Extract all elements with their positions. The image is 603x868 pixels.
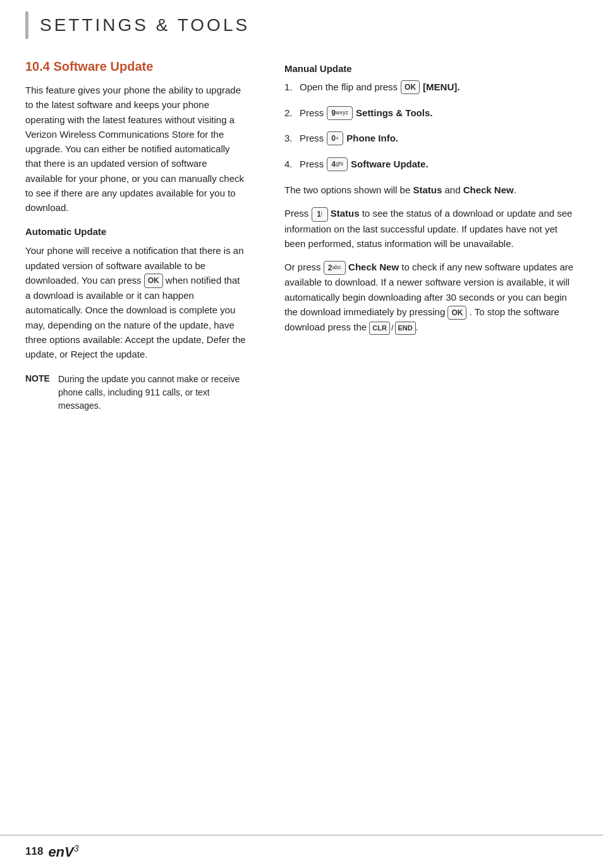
page-number: 118 xyxy=(25,845,43,858)
note-text: During the update you cannot make or rec… xyxy=(58,373,247,413)
key-4: 4ghi xyxy=(327,157,348,171)
step-2-num: 2. xyxy=(284,106,300,121)
options-check: Check New xyxy=(463,184,514,195)
ok-key-badge-auto: OK xyxy=(144,274,163,288)
clr-badge: CLR xyxy=(369,322,390,335)
header-accent-bar xyxy=(25,11,28,39)
page-footer: 118 enV3 xyxy=(0,835,603,868)
manual-update-title: Manual Update xyxy=(284,63,578,74)
step-2: 2. Press 9wxyz Settings & Tools. xyxy=(284,106,578,121)
step-4-pre: Press xyxy=(300,157,324,172)
page-container: SETTINGS & TOOLS 10.4 Software Update Th… xyxy=(0,0,603,868)
step-2-content: Press 9wxyz Settings & Tools. xyxy=(300,106,432,121)
end-badge: END xyxy=(395,322,416,335)
step-1: 1. Open the flip and press OK [MENU]. xyxy=(284,80,578,95)
options-para: The two options shown will be Status and… xyxy=(284,183,578,197)
step-3-pre: Press xyxy=(300,131,324,146)
brand-name: enV3 xyxy=(48,843,78,860)
options-and: and xyxy=(444,184,460,195)
step-3-content: Press 0+ Phone Info. xyxy=(300,131,398,146)
note-block: NOTE During the update you cannot make o… xyxy=(25,373,247,413)
key-0: 0+ xyxy=(327,131,343,145)
status-pre: Press xyxy=(284,208,308,219)
brand-text: enV xyxy=(48,844,73,860)
status-label-text: Status xyxy=(331,208,360,219)
clr-end-group: CLR / END xyxy=(369,322,415,335)
step-4: 4. Press 4ghi Software Update. xyxy=(284,157,578,172)
key-2: 2abc xyxy=(324,261,346,275)
step-2-post: Settings & Tools. xyxy=(356,106,432,121)
options-text: The two options shown will be xyxy=(284,184,410,195)
auto-update-title: Automatic Update xyxy=(25,226,247,237)
step-1-content: Open the flip and press OK [MENU]. xyxy=(300,80,460,95)
status-para: Press 1i Status to see the status of a d… xyxy=(284,206,578,251)
slash-divider: / xyxy=(391,322,394,334)
page-header: SETTINGS & TOOLS xyxy=(0,0,603,47)
right-column: Manual Update 1. Open the flip and press… xyxy=(265,53,603,835)
ok-key-checknew: OK xyxy=(448,306,466,320)
auto-update-text: Your phone will receive a notification t… xyxy=(25,243,247,361)
key-1: 1i xyxy=(312,207,328,222)
options-status: Status xyxy=(413,184,442,195)
step-4-post: Software Update. xyxy=(351,157,429,172)
step-3: 3. Press 0+ Phone Info. xyxy=(284,131,578,146)
auto-text-post: when notified that a download is availab… xyxy=(25,275,246,359)
checknew-para: Or press 2abc Check New to check if any … xyxy=(284,260,578,335)
step-3-post: Phone Info. xyxy=(346,131,398,146)
step-1-pre: Open the flip and press xyxy=(300,80,398,95)
step-2-pre: Press xyxy=(300,106,324,121)
left-column: 10.4 Software Update This feature gives … xyxy=(0,53,265,835)
key-9: 9wxyz xyxy=(327,106,353,120)
note-label: NOTE xyxy=(25,373,58,383)
step-4-num: 4. xyxy=(284,157,300,172)
ok-key-step1: OK xyxy=(401,80,420,94)
step-4-content: Press 4ghi Software Update. xyxy=(300,157,429,172)
section-title: 10.4 Software Update xyxy=(25,59,247,74)
brand-superscript: 3 xyxy=(74,843,79,853)
checknew-label-text: Check New xyxy=(348,262,399,272)
checknew-pre: Or press xyxy=(284,262,321,272)
page-title: SETTINGS & TOOLS xyxy=(40,15,250,35)
checknew-final: . xyxy=(416,322,418,332)
step-1-num: 1. xyxy=(284,80,300,95)
step-list: 1. Open the flip and press OK [MENU]. 2.… xyxy=(284,80,578,171)
intro-text: This feature gives your phone the abilit… xyxy=(25,83,247,215)
step-1-post: [MENU]. xyxy=(423,80,460,95)
step-3-num: 3. xyxy=(284,131,300,146)
options-end: . xyxy=(514,184,516,195)
content-area: 10.4 Software Update This feature gives … xyxy=(0,47,603,835)
